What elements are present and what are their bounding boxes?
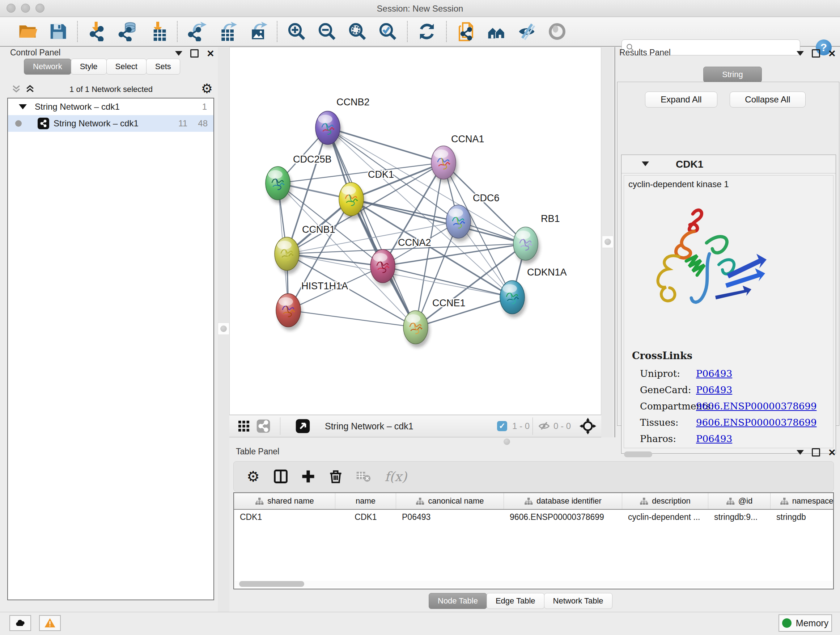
open-session-button[interactable] xyxy=(17,21,38,42)
network-collection-row[interactable]: String Network – cdk1 1 xyxy=(8,98,213,115)
panel-menu-icon[interactable] xyxy=(797,51,804,56)
edge-count: 48 xyxy=(198,119,208,128)
import-table-from-file-button[interactable] xyxy=(147,21,168,42)
tab-edge-table[interactable]: Edge Table xyxy=(486,593,545,609)
network-edge[interactable] xyxy=(328,128,444,163)
tab-node-table[interactable]: Node Table xyxy=(429,593,487,609)
tab-select[interactable]: Select xyxy=(106,59,147,74)
tree-expand-icon[interactable] xyxy=(19,104,27,109)
panel-float-icon[interactable] xyxy=(190,49,199,57)
zoom-selected-button[interactable] xyxy=(377,21,398,42)
column-header-description[interactable]: description xyxy=(622,493,708,509)
column-header-canonical-name[interactable]: canonical name xyxy=(396,493,504,509)
network-node-ccnb2[interactable] xyxy=(316,111,342,148)
zoom-fit-content-button[interactable] xyxy=(347,21,368,42)
tab-style[interactable]: Style xyxy=(71,59,107,74)
network-options-gear-icon[interactable]: ⚙ xyxy=(201,81,213,96)
network-edge[interactable] xyxy=(328,128,416,327)
node-label-cdc6: CDC6 xyxy=(473,193,500,203)
left-splitter-handle[interactable] xyxy=(218,323,229,335)
panel-close-icon[interactable]: ✕ xyxy=(207,50,215,57)
toolbar-groups xyxy=(12,17,572,46)
network-edge[interactable] xyxy=(288,310,416,327)
right-splitter-handle[interactable] xyxy=(602,236,614,248)
panel-close-icon[interactable]: ✕ xyxy=(828,50,836,57)
tab-network[interactable]: Network xyxy=(24,59,71,74)
show-panel-button[interactable] xyxy=(546,21,568,42)
column-header-name[interactable]: name xyxy=(335,493,396,509)
import-network-from-file-button[interactable] xyxy=(87,21,107,42)
export-network-button[interactable] xyxy=(186,21,207,42)
network-graph[interactable]: CCNB2CCNA1CDC25BCDK1CDC6RB1CCNB1CCNA2CDK… xyxy=(230,48,601,415)
delete-column-button[interactable] xyxy=(326,467,345,486)
column-header-shared-name[interactable]: shared name xyxy=(234,493,335,509)
show-columns-button[interactable] xyxy=(271,467,290,486)
crosslink-link[interactable]: 9606.ENSP00000378699 xyxy=(696,417,816,428)
panel-close-icon[interactable]: ✕ xyxy=(828,449,836,456)
zoom-out-button[interactable] xyxy=(317,21,338,42)
home-icon xyxy=(486,22,506,41)
network-node-cdkn1a[interactable] xyxy=(500,280,526,318)
column-header-namespace[interactable]: namespace xyxy=(771,493,834,509)
table-row[interactable]: CDK1CDK1P064939606.ENSP00000378699cyclin… xyxy=(234,510,833,524)
delete-table-button[interactable] xyxy=(354,467,373,486)
toolbar-separator xyxy=(280,417,280,435)
column-header-@id[interactable]: @id xyxy=(708,493,771,509)
tab-network-table[interactable]: Network Table xyxy=(544,593,613,609)
table-scrollbar-thumb[interactable] xyxy=(239,581,304,587)
birds-eye-view-button[interactable] xyxy=(295,415,310,437)
memory-button[interactable]: Memory xyxy=(778,614,832,632)
network-node-hist1h1a[interactable] xyxy=(276,294,302,331)
network-node-ccne1[interactable] xyxy=(403,310,430,348)
column-label: shared name xyxy=(267,496,314,506)
share-document-button[interactable] xyxy=(455,21,477,42)
hidden-eye-icon[interactable] xyxy=(538,415,551,437)
panel-menu-icon[interactable] xyxy=(175,51,182,56)
right-splitter[interactable] xyxy=(601,47,613,437)
table-settings-button[interactable]: ⚙ xyxy=(244,467,263,486)
network-edge[interactable] xyxy=(383,266,512,297)
table-scrollbar[interactable] xyxy=(235,581,832,587)
table-cell: stringdb:9... xyxy=(708,512,771,522)
control-panel-title: Control Panel xyxy=(10,48,60,57)
crosslink-row: Uniprot:P06493 xyxy=(640,365,828,382)
network-node-rb1[interactable] xyxy=(513,227,540,264)
left-splitter[interactable] xyxy=(218,47,229,612)
network-edge[interactable] xyxy=(287,254,383,266)
tab-sets[interactable]: Sets xyxy=(146,59,180,74)
save-session-button[interactable] xyxy=(47,21,68,42)
tab-string[interactable]: String xyxy=(703,67,762,82)
export-table-button[interactable] xyxy=(217,21,238,42)
panel-float-icon[interactable] xyxy=(812,49,820,57)
panel-float-icon[interactable] xyxy=(812,448,820,456)
function-builder-button[interactable]: f(x) xyxy=(381,467,410,486)
crosslink-link[interactable]: P06493 xyxy=(696,385,732,395)
network-node-ccna2[interactable] xyxy=(370,249,397,287)
selected-checkbox[interactable]: ✓ xyxy=(497,415,507,437)
crosslink-link[interactable]: P06493 xyxy=(696,368,732,379)
network-share-view-button[interactable] xyxy=(256,415,271,437)
expand-all-button[interactable]: Expand All xyxy=(645,92,717,108)
gene-collapse-icon[interactable] xyxy=(642,162,649,166)
grid-view-button[interactable] xyxy=(237,415,250,437)
crosslink-link[interactable]: 9606.ENSP00000378699 xyxy=(696,401,816,412)
network-row[interactable]: String Network – cdk1 11 48 xyxy=(8,115,213,132)
export-image-button[interactable] xyxy=(247,21,268,42)
refresh-button[interactable] xyxy=(416,21,437,42)
column-header-database-identifier[interactable]: database identifier xyxy=(504,493,622,509)
hide-panel-button[interactable] xyxy=(516,21,537,42)
gene-header[interactable]: CDK1 xyxy=(622,155,836,173)
import-network-from-database-button[interactable] xyxy=(117,21,138,42)
crosslink-link[interactable]: P06493 xyxy=(696,433,732,444)
cloud-status-button[interactable] xyxy=(9,615,31,631)
network-node-ccnb1[interactable] xyxy=(275,237,301,274)
collapse-all-button[interactable]: Collapse All xyxy=(729,92,806,108)
home-button[interactable] xyxy=(486,21,507,42)
zoom-in-button[interactable] xyxy=(286,21,307,42)
warning-status-button[interactable] xyxy=(39,615,61,631)
add-column-button[interactable] xyxy=(299,467,317,486)
column-type-icon xyxy=(255,496,264,506)
panel-menu-icon[interactable] xyxy=(797,450,804,455)
fit-selected-button[interactable] xyxy=(579,415,596,437)
network-canvas[interactable]: CCNB2CCNA1CDC25BCDK1CDC6RB1CCNB1CCNA2CDK… xyxy=(229,47,601,415)
